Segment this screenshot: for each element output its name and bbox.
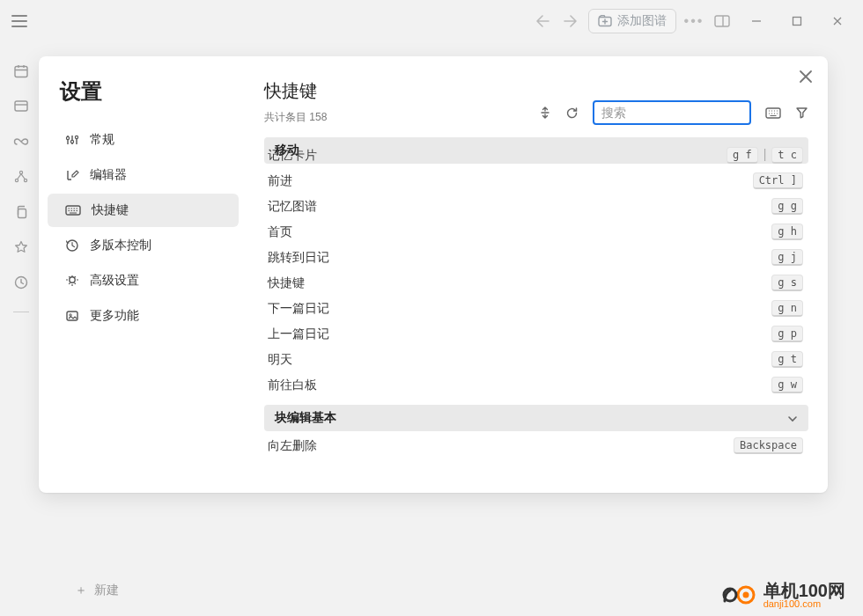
- shortcut-row[interactable]: 前往白板 g w: [264, 372, 808, 398]
- rail-divider: [13, 312, 29, 312]
- shortcuts-list: 移动 记忆卡片 g f|t c 前进 Ctrl ] 记忆图谱 g g: [264, 137, 808, 493]
- shortcut-row[interactable]: 记忆图谱 g g: [264, 194, 808, 219]
- shortcut-label: 记忆卡片: [268, 148, 317, 164]
- nav-versioning[interactable]: 多版本控制: [48, 229, 239, 262]
- collapse-icon[interactable]: [539, 106, 551, 119]
- shortcut-key: g s: [771, 275, 803, 291]
- nav-label: 快捷键: [92, 202, 129, 218]
- shortcut-key: g g: [771, 198, 803, 215]
- star-icon[interactable]: [12, 239, 30, 255]
- shortcut-row[interactable]: 快捷键 g s: [264, 270, 808, 296]
- search-input[interactable]: [593, 100, 751, 125]
- svg-point-20: [742, 591, 749, 598]
- nav-shortcuts[interactable]: 快捷键: [48, 194, 239, 227]
- shortcut-label: 快捷键: [268, 275, 305, 291]
- clock-icon[interactable]: [12, 275, 30, 290]
- shortcut-label: 前进: [268, 173, 292, 189]
- nav-back-icon[interactable]: [532, 11, 553, 32]
- nav-advanced[interactable]: 高级设置: [48, 264, 239, 297]
- window-maximize-button[interactable]: [780, 9, 814, 33]
- watermark-url: danji100.com: [763, 598, 845, 609]
- refresh-icon[interactable]: [565, 106, 579, 120]
- shortcut-row[interactable]: 下一篇日记 g n: [264, 296, 808, 321]
- titlebar: 添加图谱 •••: [0, 0, 863, 42]
- shortcut-row[interactable]: 前进 Ctrl ]: [264, 168, 808, 194]
- svg-point-12: [75, 136, 77, 138]
- more-icon[interactable]: •••: [683, 11, 704, 32]
- calendar-icon[interactable]: [12, 63, 30, 79]
- shortcut-label: 跳转到日记: [268, 250, 329, 266]
- nav-label: 编辑器: [90, 167, 127, 183]
- shortcut-label: 下一篇日记: [268, 301, 329, 317]
- svg-point-17: [70, 314, 71, 316]
- shortcut-key: g p: [771, 326, 803, 342]
- svg-rect-8: [18, 209, 26, 218]
- section-title: 块编辑基本: [275, 410, 336, 426]
- svg-point-6: [15, 179, 18, 181]
- shortcut-row[interactable]: 跳转到日记 g j: [264, 245, 808, 270]
- nav-label: 常规: [90, 132, 114, 148]
- svg-point-11: [70, 140, 73, 143]
- shortcut-key: t c: [771, 147, 803, 164]
- section-header[interactable]: 块编辑基本: [264, 405, 808, 431]
- left-rail: [0, 42, 42, 616]
- shortcut-label: 上一篇日记: [268, 326, 329, 342]
- shortcut-label: 前往白板: [268, 378, 317, 393]
- svg-rect-4: [15, 101, 27, 111]
- shortcut-key: g f: [727, 147, 758, 164]
- shortcut-key: g n: [771, 300, 803, 317]
- add-graph-button[interactable]: 添加图谱: [588, 9, 676, 33]
- plus-icon: ＋: [75, 583, 87, 598]
- shortcut-label: 首页: [268, 224, 292, 240]
- filter-icon[interactable]: [795, 106, 808, 120]
- new-label: 新建: [94, 583, 119, 598]
- layout-icon[interactable]: [712, 11, 733, 32]
- shortcut-label: 明天: [268, 352, 292, 368]
- shortcut-key: Backspace: [734, 437, 803, 454]
- settings-nav: 设置 常规 编辑器 快捷键 多版本控制 高级设置 更多功能: [39, 56, 248, 493]
- shortcut-row[interactable]: 记忆卡片 g f|t c: [264, 143, 808, 168]
- browser-icon[interactable]: [12, 99, 30, 114]
- watermark-logo-icon: [721, 582, 756, 608]
- shortcut-key: g h: [771, 224, 803, 240]
- svg-point-5: [19, 171, 22, 173]
- svg-rect-2: [793, 18, 801, 26]
- watermark: 单机100网 danji100.com: [721, 581, 845, 609]
- shortcut-row[interactable]: 向左删除 Backspace: [264, 433, 808, 458]
- svg-rect-1: [715, 16, 729, 26]
- hamburger-icon[interactable]: [9, 11, 30, 32]
- nav-editor[interactable]: 编辑器: [48, 158, 239, 192]
- nav-label: 更多功能: [90, 308, 139, 324]
- add-graph-label: 添加图谱: [617, 13, 667, 29]
- watermark-text: 单机100网: [763, 581, 845, 600]
- window-minimize-button[interactable]: [740, 9, 773, 33]
- settings-title: 设置: [39, 77, 247, 121]
- nav-forward-icon[interactable]: [560, 11, 581, 32]
- svg-rect-3: [15, 67, 27, 77]
- shortcut-key: g t: [771, 351, 803, 368]
- svg-rect-18: [766, 108, 780, 118]
- window-close-button[interactable]: [821, 9, 854, 33]
- panel-title: 快捷键: [264, 79, 327, 103]
- new-button[interactable]: ＋ 新建: [75, 583, 119, 598]
- keyboard-icon[interactable]: [765, 107, 781, 119]
- nav-more[interactable]: 更多功能: [48, 299, 239, 333]
- shortcut-row[interactable]: 首页 g h: [264, 219, 808, 245]
- shortcut-label: 记忆图谱: [268, 199, 317, 215]
- svg-rect-16: [67, 312, 77, 320]
- shortcut-label: 向左删除: [268, 438, 317, 454]
- nav-label: 多版本控制: [90, 238, 151, 253]
- copy-icon[interactable]: [12, 204, 30, 220]
- nav-label: 高级设置: [90, 273, 139, 289]
- settings-modal: 设置 常规 编辑器 快捷键 多版本控制 高级设置 更多功能 快捷键: [39, 56, 828, 493]
- shortcut-row[interactable]: 上一篇日记 g p: [264, 321, 808, 347]
- shortcut-key: g w: [771, 377, 803, 393]
- shortcut-key: Ctrl ]: [753, 172, 803, 189]
- infinity-icon[interactable]: [12, 134, 30, 150]
- chevron-down-icon: [787, 411, 798, 425]
- shortcut-row[interactable]: 明天 g t: [264, 347, 808, 372]
- graph-icon[interactable]: [12, 169, 30, 185]
- nav-general[interactable]: 常规: [48, 123, 239, 157]
- shortcuts-panel: 快捷键 共计条目 158: [248, 56, 828, 493]
- svg-point-10: [66, 136, 69, 139]
